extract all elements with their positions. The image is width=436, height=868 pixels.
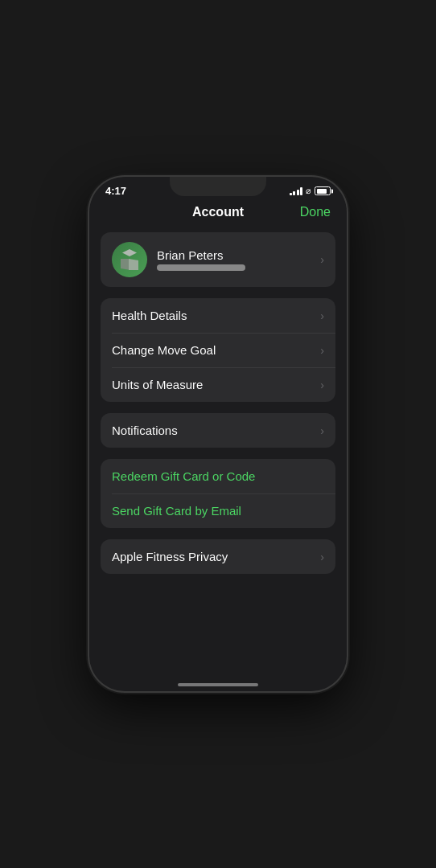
settings-section: Health Details › Change Move Goal › Unit… bbox=[101, 298, 335, 402]
page-title: Account bbox=[192, 205, 244, 219]
notifications-item[interactable]: Notifications › bbox=[101, 413, 335, 448]
notifications-label: Notifications bbox=[112, 424, 178, 437]
chevron-right-icon: › bbox=[320, 309, 324, 322]
content-area: Brian Peters › Health Details › Change M… bbox=[89, 226, 347, 668]
chevron-right-icon: › bbox=[320, 424, 324, 437]
change-move-goal-item[interactable]: Change Move Goal › bbox=[101, 333, 335, 367]
health-details-label: Health Details bbox=[112, 309, 187, 322]
chevron-right-icon: › bbox=[320, 344, 324, 357]
nav-bar: Account Done bbox=[89, 200, 347, 226]
send-gift-card-label: Send Gift Card by Email bbox=[112, 504, 241, 518]
redeem-gift-card-label: Redeem Gift Card or Code bbox=[112, 469, 255, 483]
done-button[interactable]: Done bbox=[300, 205, 331, 219]
notifications-section: Notifications › bbox=[101, 413, 335, 448]
privacy-section: Apple Fitness Privacy › bbox=[101, 539, 335, 574]
phone-screen: 4:17 ⌀ Account Done bbox=[89, 177, 347, 691]
chevron-right-icon: › bbox=[320, 551, 324, 563]
health-details-item[interactable]: Health Details › bbox=[101, 298, 335, 333]
units-of-measure-item[interactable]: Units of Measure › bbox=[101, 367, 335, 402]
status-time: 4:17 bbox=[105, 185, 126, 197]
redeem-gift-card-item[interactable]: Redeem Gift Card or Code bbox=[101, 459, 335, 493]
apple-fitness-privacy-item[interactable]: Apple Fitness Privacy › bbox=[101, 539, 335, 574]
notch bbox=[170, 177, 266, 196]
status-icons: ⌀ bbox=[290, 186, 331, 196]
avatar bbox=[112, 242, 147, 277]
giftcards-section: Redeem Gift Card or Code Send Gift Card … bbox=[101, 459, 335, 528]
send-gift-card-item[interactable]: Send Gift Card by Email bbox=[101, 493, 335, 528]
units-of-measure-label: Units of Measure bbox=[112, 378, 203, 391]
home-indicator bbox=[178, 683, 258, 686]
profile-card[interactable]: Brian Peters › bbox=[101, 232, 335, 287]
signal-icon bbox=[290, 187, 303, 195]
phone-frame: 4:17 ⌀ Account Done bbox=[89, 177, 347, 691]
profile-email bbox=[157, 264, 245, 271]
avatar-cube-icon bbox=[119, 249, 140, 270]
profile-info: Brian Peters bbox=[157, 248, 320, 271]
battery-icon bbox=[315, 186, 331, 195]
apple-fitness-privacy-label: Apple Fitness Privacy bbox=[112, 550, 228, 563]
profile-name: Brian Peters bbox=[157, 248, 320, 262]
chevron-right-icon: › bbox=[320, 379, 324, 391]
wifi-icon: ⌀ bbox=[306, 186, 311, 196]
change-move-goal-label: Change Move Goal bbox=[112, 343, 216, 357]
chevron-right-icon: › bbox=[320, 253, 324, 266]
